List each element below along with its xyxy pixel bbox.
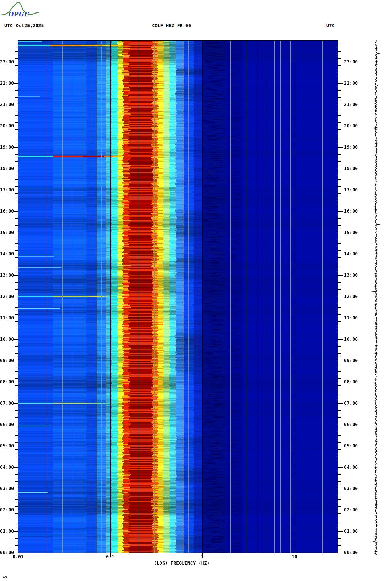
hour-label-right: 18:00 [344, 166, 360, 171]
hour-label-right: 14:00 [344, 251, 360, 256]
hour-label-left: 20:00 [0, 123, 12, 128]
hour-label-left: 13:00 [0, 273, 12, 278]
hour-label-right: 06:00 [344, 422, 360, 427]
freq-tick-label: 0.1 [100, 554, 121, 559]
hour-label-right: 21:00 [344, 102, 360, 107]
hour-label-left: 03:00 [0, 486, 12, 491]
hour-label-right: 11:00 [344, 315, 360, 320]
hour-label-right: 07:00 [344, 401, 360, 406]
hour-label-right: 08:00 [344, 379, 360, 384]
hour-label-left: 10:00 [0, 337, 12, 342]
hour-label-right: 23:00 [344, 59, 360, 64]
hour-label-right: 15:00 [344, 230, 360, 235]
hour-label-right: 00:00 [344, 550, 360, 555]
hour-label-right: 20:00 [344, 123, 360, 128]
hour-label-left: 12:00 [0, 294, 12, 299]
seismogram-trace [371, 40, 381, 555]
hour-label-right: 10:00 [344, 337, 360, 342]
hour-label-right: 12:00 [344, 294, 360, 299]
hour-label-left: 11:00 [0, 315, 12, 320]
hour-label-right: 03:00 [344, 486, 360, 491]
freq-tick-label: 0.01 [7, 554, 29, 559]
hour-label-right: 16:00 [344, 209, 360, 214]
hour-label-left: 04:00 [0, 465, 12, 470]
hour-label-left: 02:00 [0, 507, 12, 512]
hour-label-left: 01:00 [0, 529, 12, 534]
hour-label-right: 17:00 [344, 187, 360, 192]
hour-label-right: 13:00 [344, 273, 360, 278]
hour-label-right: 22:00 [344, 81, 360, 86]
hour-label-right: 02:00 [344, 507, 360, 512]
hour-label-right: 01:00 [344, 529, 360, 534]
hour-label-left: 22:00 [0, 81, 12, 86]
hour-label-left: 23:00 [0, 59, 12, 64]
spectrogram-page: OPGC UTC Oct25,2025 COLF HHZ FR 00 UTC 2… [0, 0, 392, 581]
hour-label-left: 06:00 [0, 422, 12, 427]
hour-label-left: 15:00 [0, 230, 12, 235]
hour-label-left: 08:00 [0, 379, 12, 384]
corner-mark [3, 575, 9, 579]
hour-label-left: 05:00 [0, 443, 12, 448]
hour-label-left: 09:00 [0, 358, 12, 363]
x-axis-title: (LOG) FREQUENCY (HZ) [139, 560, 224, 566]
hour-label-left: 14:00 [0, 251, 12, 256]
hour-label-right: 09:00 [344, 358, 360, 363]
hour-label-left: 19:00 [0, 145, 12, 150]
hour-label-right: 04:00 [344, 465, 360, 470]
freq-tick-label: 1 [192, 554, 213, 559]
hour-label-left: 07:00 [0, 401, 12, 406]
hour-label-left: 16:00 [0, 209, 12, 214]
hour-label-left: 17:00 [0, 187, 12, 192]
hour-label-right: 19:00 [344, 145, 360, 150]
spectrogram-image [18, 41, 338, 553]
hour-label-right: 05:00 [344, 443, 360, 448]
freq-tick-label: 10 [284, 554, 305, 559]
hour-label-left: 18:00 [0, 166, 12, 171]
hour-label-left: 21:00 [0, 102, 12, 107]
